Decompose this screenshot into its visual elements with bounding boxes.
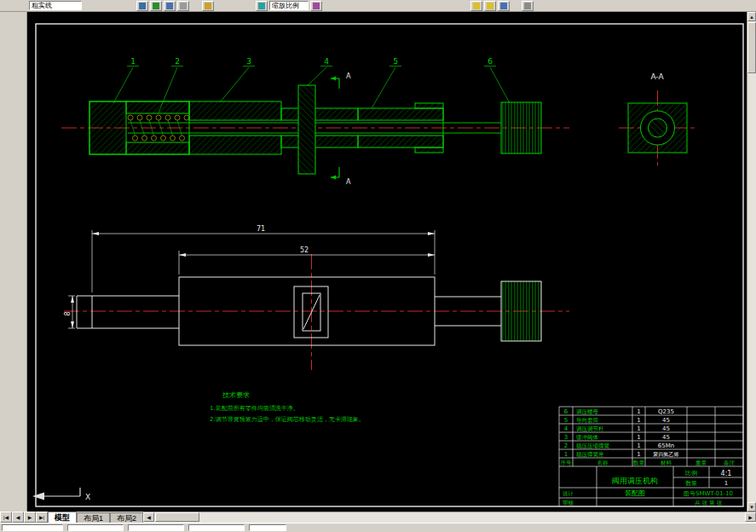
scroll-up-button[interactable]: ▲ <box>747 12 756 21</box>
checker-label: 审核 <box>563 500 574 506</box>
toolbar-button-2[interactable] <box>150 1 162 11</box>
parts-row: 5 导向套筒 <box>564 417 599 424</box>
dimensions <box>68 230 435 328</box>
zoom-scale-combo[interactable]: 缩放比例 <box>269 1 309 10</box>
save-icon <box>166 3 173 9</box>
dim-overall: 71 <box>257 225 265 233</box>
cad-application-window: { "toolbar": { "layer_value": "粗实线", "zo… <box>0 0 756 532</box>
toolbar-button-3[interactable] <box>164 1 176 11</box>
tab-next-button[interactable]: ▶ <box>24 512 36 523</box>
dim-shaft: 8 <box>64 311 72 315</box>
part-material: 45 <box>662 434 670 441</box>
parts-row: 2 稳压压缩弹簧 <box>564 442 610 449</box>
scroll-down-button[interactable]: ▼ <box>747 502 756 512</box>
model-space-canvas[interactable]: 1 2 3 4 5 6 A A A-A <box>27 12 747 512</box>
status-pane-2 <box>67 524 124 531</box>
toolbar-button-5[interactable] <box>202 1 214 11</box>
vertical-scrollbar[interactable]: ▲ ▼ <box>747 12 756 512</box>
part-material: 聚四氟乙烯 <box>654 451 679 458</box>
sun-icon <box>487 3 493 9</box>
cut-label-top: A <box>346 72 351 80</box>
balloon-3: 3 <box>246 57 251 66</box>
arrow-left-icon: ◀ <box>147 514 151 520</box>
balloon-numbers: 1 2 3 4 5 6 <box>130 57 493 66</box>
part-no: 4 <box>564 425 568 432</box>
toolbar-button-8[interactable] <box>470 1 482 11</box>
status-pane-3 <box>128 524 184 531</box>
tab-prev-button[interactable]: ◀ <box>12 512 24 523</box>
parts-row: 1 稳压弹簧座 <box>564 451 604 458</box>
part-qty: 1 <box>637 417 640 424</box>
arrow-right-icon: ▶ <box>748 514 753 520</box>
tool-icon <box>205 3 211 9</box>
star-icon <box>473 3 480 9</box>
part-qty: 1 <box>637 442 640 449</box>
cut-label-bottom: A <box>346 178 351 186</box>
part-name: 导向套筒 <box>576 417 599 424</box>
print-icon <box>180 3 187 9</box>
part-name: 缓冲阀体 <box>576 434 599 441</box>
toolbar-button-10[interactable] <box>498 1 510 11</box>
balloon-2: 2 <box>175 57 180 66</box>
balloon-6: 6 <box>488 57 493 66</box>
arrow-up-icon: ▲ <box>749 14 754 20</box>
part-no: 2 <box>564 442 568 449</box>
section-label: A-A <box>650 72 664 81</box>
part-qty: 1 <box>637 425 640 432</box>
toolbar-button-9[interactable] <box>484 1 496 11</box>
part-material: 65Mn <box>658 442 674 449</box>
tab-first-button[interactable]: |◀ <box>0 512 12 523</box>
ucs-x-label: X <box>85 493 90 501</box>
arrow-down-icon: ▼ <box>749 505 754 510</box>
prev-tab-icon: ◀ <box>16 514 20 520</box>
part-name: 稳压弹簧座 <box>576 451 604 458</box>
part-material: Q235 <box>658 408 674 415</box>
header-qty: 数量 <box>632 460 645 466</box>
status-bar <box>0 523 756 532</box>
scale-value: 4:1 <box>721 470 732 477</box>
status-pane-coords <box>2 524 63 531</box>
vertical-scroll-thumb[interactable] <box>747 22 756 73</box>
scale-label: 比例 <box>685 470 697 477</box>
scroll-right-button[interactable]: ▶ <box>745 512 756 522</box>
tab-last-button[interactable]: ▶| <box>36 512 48 523</box>
part-no: 6 <box>564 408 568 415</box>
horizontal-scroll-thumb[interactable] <box>155 512 199 522</box>
header-no: 序号 <box>561 460 573 466</box>
folder-icon <box>153 3 159 9</box>
next-tab-icon: ▶ <box>28 514 32 520</box>
section-view-assembly <box>89 85 541 174</box>
scroll-left-button[interactable]: ◀ <box>143 512 154 522</box>
sheet-info: 共 张 第 张 <box>695 500 723 506</box>
first-tab-icon: |◀ <box>3 514 9 520</box>
status-pane-4 <box>188 524 245 531</box>
part-no: 5 <box>564 417 568 424</box>
parts-table: 6 调压螺母 1 Q235 5 导向套筒 1 45 4 调压调节杆 1 45 3… <box>564 408 679 458</box>
qty-label: 数量 <box>685 480 697 487</box>
balloon-4: 4 <box>324 57 329 66</box>
header-name: 名称 <box>597 460 609 466</box>
toolbar-button-4[interactable] <box>177 1 189 11</box>
tab-layout1[interactable]: 布局1 <box>77 512 110 523</box>
part-name: 调压调节杆 <box>576 425 604 432</box>
tab-layout2[interactable]: 布局2 <box>110 512 143 523</box>
layers-icon <box>500 3 507 9</box>
balloon-5: 5 <box>393 57 398 66</box>
parts-row: 3 缓冲阀体 <box>564 434 599 441</box>
status-pane-5 <box>249 524 286 531</box>
toolbar-button-7[interactable] <box>310 1 322 11</box>
toolbar-button-11[interactable] <box>522 1 534 11</box>
header-remark: 备注 <box>724 460 736 466</box>
part-material: 45 <box>662 425 670 432</box>
technical-notes: 技术要求 1.装配前所有零件均需清洗干净。 2.调节弹簧预紧力适中，保证阀芯移动… <box>210 391 365 423</box>
toolbar-button-1[interactable] <box>136 1 148 11</box>
part-no: 3 <box>564 434 568 441</box>
layer-combo[interactable]: 粗实线 <box>29 1 82 10</box>
tab-model[interactable]: 模型 <box>48 512 77 523</box>
toolbar-button-6[interactable] <box>256 1 268 11</box>
horizontal-scrollbar[interactable]: ◀ ▶ <box>143 512 756 523</box>
balloon-1: 1 <box>130 57 136 66</box>
drawing-title: 阀用调压机构 <box>612 477 658 485</box>
part-name: 稳压压缩弹簧 <box>576 442 610 449</box>
parts-table-header: 序号 名称 数量 材料 重量 备注 <box>561 460 736 466</box>
